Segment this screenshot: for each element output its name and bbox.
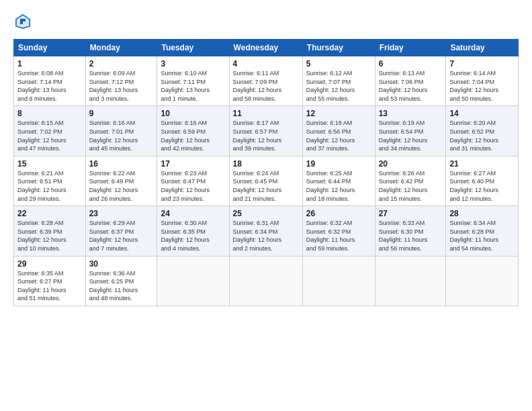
day-info: Sunrise: 6:35 AMSunset: 6:27 PMDaylight:… [17,269,82,303]
day-info: Sunrise: 6:33 AMSunset: 6:30 PMDaylight:… [379,219,443,253]
day-number: 3 [161,59,225,68]
calendar-cell [302,256,375,306]
column-header-friday: Friday [375,40,446,56]
calendar-cell: 1Sunrise: 6:08 AMSunset: 7:14 PMDaylight… [14,56,86,106]
calendar-cell: 22Sunrise: 6:28 AMSunset: 6:39 PMDayligh… [14,206,86,256]
calendar-cell: 24Sunrise: 6:30 AMSunset: 6:35 PMDayligh… [157,206,229,256]
day-info: Sunrise: 6:23 AMSunset: 6:47 PMDaylight:… [161,169,225,203]
day-info: Sunrise: 6:28 AMSunset: 6:39 PMDaylight:… [17,219,82,253]
calendar-week-row: 22Sunrise: 6:28 AMSunset: 6:39 PMDayligh… [14,206,519,256]
day-info: Sunrise: 6:08 AMSunset: 7:14 PMDaylight:… [17,69,82,103]
calendar-cell: 7Sunrise: 6:14 AMSunset: 7:04 PMDaylight… [446,56,519,106]
calendar-cell: 28Sunrise: 6:34 AMSunset: 6:28 PMDayligh… [446,206,519,256]
day-number: 21 [449,159,515,169]
column-header-wednesday: Wednesday [229,40,302,56]
column-header-tuesday: Tuesday [157,40,229,56]
calendar-cell: 10Sunrise: 6:16 AMSunset: 6:59 PMDayligh… [157,106,229,156]
day-info: Sunrise: 6:09 AMSunset: 7:12 PMDaylight:… [89,69,154,103]
calendar-cell [446,256,519,306]
day-number: 14 [449,109,515,118]
calendar-cell: 26Sunrise: 6:32 AMSunset: 6:32 PMDayligh… [302,206,375,256]
day-info: Sunrise: 6:21 AMSunset: 6:51 PMDaylight:… [17,169,82,203]
column-header-thursday: Thursday [302,40,375,56]
day-info: Sunrise: 6:29 AMSunset: 6:37 PMDaylight:… [89,219,154,253]
calendar-cell [229,256,302,306]
calendar-cell: 4Sunrise: 6:11 AMSunset: 7:09 PMDaylight… [229,56,302,106]
calendar-week-row: 29Sunrise: 6:35 AMSunset: 6:27 PMDayligh… [14,256,519,306]
calendar-cell: 30Sunrise: 6:36 AMSunset: 6:25 PMDayligh… [85,256,157,306]
day-info: Sunrise: 6:20 AMSunset: 6:52 PMDaylight:… [449,119,515,152]
day-number: 9 [89,109,154,118]
column-header-saturday: Saturday [446,40,519,56]
day-info: Sunrise: 6:11 AMSunset: 7:09 PMDaylight:… [233,69,299,103]
calendar-cell: 14Sunrise: 6:20 AMSunset: 6:52 PMDayligh… [446,106,519,156]
day-number: 27 [379,209,443,218]
calendar-cell: 21Sunrise: 6:27 AMSunset: 6:40 PMDayligh… [446,156,519,205]
calendar-cell: 15Sunrise: 6:21 AMSunset: 6:51 PMDayligh… [14,156,86,205]
logo-icon [13,12,32,31]
calendar-cell: 2Sunrise: 6:09 AMSunset: 7:12 PMDaylight… [85,56,157,106]
day-number: 12 [306,109,371,118]
day-info: Sunrise: 6:12 AMSunset: 7:07 PMDaylight:… [306,69,371,103]
day-info: Sunrise: 6:22 AMSunset: 6:49 PMDaylight:… [89,169,154,203]
day-number: 18 [233,159,299,169]
day-info: Sunrise: 6:26 AMSunset: 6:42 PMDaylight:… [379,169,443,203]
calendar-cell: 25Sunrise: 6:31 AMSunset: 6:34 PMDayligh… [229,206,302,256]
calendar-cell: 6Sunrise: 6:13 AMSunset: 7:06 PMDaylight… [375,56,446,106]
day-info: Sunrise: 6:15 AMSunset: 7:02 PMDaylight:… [17,119,82,152]
day-info: Sunrise: 6:24 AMSunset: 6:45 PMDaylight:… [233,169,299,203]
calendar-week-row: 1Sunrise: 6:08 AMSunset: 7:14 PMDaylight… [14,56,519,106]
calendar-cell: 9Sunrise: 6:16 AMSunset: 7:01 PMDaylight… [85,106,157,156]
day-number: 29 [17,259,82,269]
calendar-cell: 29Sunrise: 6:35 AMSunset: 6:27 PMDayligh… [14,256,86,306]
day-number: 23 [89,209,154,218]
day-number: 2 [89,59,154,68]
calendar-cell: 20Sunrise: 6:26 AMSunset: 6:42 PMDayligh… [375,156,446,205]
day-info: Sunrise: 6:18 AMSunset: 6:56 PMDaylight:… [306,119,371,152]
calendar-cell: 16Sunrise: 6:22 AMSunset: 6:49 PMDayligh… [85,156,157,205]
day-number: 1 [17,59,82,68]
calendar-cell: 12Sunrise: 6:18 AMSunset: 6:56 PMDayligh… [302,106,375,156]
day-info: Sunrise: 6:13 AMSunset: 7:06 PMDaylight:… [379,69,443,103]
day-info: Sunrise: 6:17 AMSunset: 6:57 PMDaylight:… [233,119,299,152]
day-info: Sunrise: 6:36 AMSunset: 6:25 PMDaylight:… [89,269,154,303]
calendar-cell [157,256,229,306]
calendar-table: SundayMondayTuesdayWednesdayThursdayFrid… [13,39,519,306]
calendar-week-row: 8Sunrise: 6:15 AMSunset: 7:02 PMDaylight… [14,106,519,156]
day-info: Sunrise: 6:10 AMSunset: 7:11 PMDaylight:… [161,69,225,103]
calendar-cell [375,256,446,306]
day-number: 13 [379,109,443,118]
day-number: 11 [233,109,299,118]
day-number: 17 [161,159,225,169]
day-number: 16 [89,159,154,169]
day-number: 15 [17,159,82,169]
logo [13,12,35,31]
day-number: 28 [449,209,515,218]
calendar-cell: 5Sunrise: 6:12 AMSunset: 7:07 PMDaylight… [302,56,375,106]
day-number: 7 [449,59,515,68]
column-header-monday: Monday [85,40,157,56]
day-info: Sunrise: 6:14 AMSunset: 7:04 PMDaylight:… [449,69,515,103]
day-number: 19 [306,159,371,169]
calendar-header-row: SundayMondayTuesdayWednesdayThursdayFrid… [14,40,519,56]
calendar-cell: 17Sunrise: 6:23 AMSunset: 6:47 PMDayligh… [157,156,229,205]
day-number: 24 [161,209,225,218]
day-number: 26 [306,209,371,218]
day-info: Sunrise: 6:27 AMSunset: 6:40 PMDaylight:… [449,169,515,203]
day-info: Sunrise: 6:32 AMSunset: 6:32 PMDaylight:… [306,219,371,253]
column-header-sunday: Sunday [14,40,86,56]
header [13,12,519,31]
calendar-cell: 23Sunrise: 6:29 AMSunset: 6:37 PMDayligh… [85,206,157,256]
day-info: Sunrise: 6:16 AMSunset: 7:01 PMDaylight:… [89,119,154,152]
calendar-cell: 8Sunrise: 6:15 AMSunset: 7:02 PMDaylight… [14,106,86,156]
day-number: 10 [161,109,225,118]
page: SundayMondayTuesdayWednesdayThursdayFrid… [0,0,532,411]
day-info: Sunrise: 6:16 AMSunset: 6:59 PMDaylight:… [161,119,225,152]
day-number: 6 [379,59,443,68]
day-info: Sunrise: 6:25 AMSunset: 6:44 PMDaylight:… [306,169,371,203]
day-info: Sunrise: 6:30 AMSunset: 6:35 PMDaylight:… [161,219,225,253]
calendar-cell: 3Sunrise: 6:10 AMSunset: 7:11 PMDaylight… [157,56,229,106]
day-info: Sunrise: 6:31 AMSunset: 6:34 PMDaylight:… [233,219,299,253]
calendar-cell: 18Sunrise: 6:24 AMSunset: 6:45 PMDayligh… [229,156,302,205]
day-number: 20 [379,159,443,169]
